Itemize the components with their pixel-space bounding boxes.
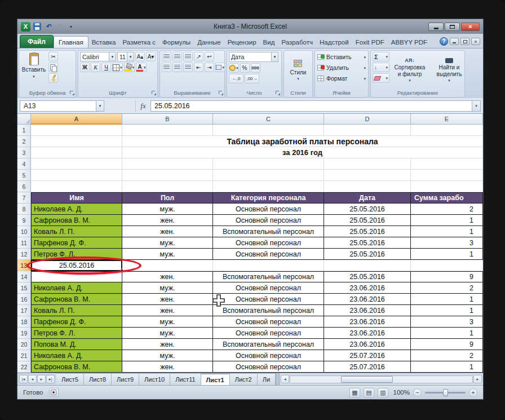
- horizontal-scrollbar-thumb[interactable]: [341, 376, 393, 383]
- cell-1-2[interactable]: [213, 125, 324, 136]
- save-button[interactable]: [32, 22, 42, 32]
- close-button[interactable]: ×: [461, 23, 480, 31]
- table-header-cell-1[interactable]: Пол: [122, 192, 213, 204]
- increase-decimal-button[interactable]: ←,0: [229, 74, 243, 83]
- wrap-text-button[interactable]: ↩: [205, 52, 214, 61]
- next-sheet-button[interactable]: ▸: [37, 375, 46, 383]
- cell-5-1[interactable]: [122, 170, 213, 181]
- row-header-13[interactable]: 13: [17, 260, 31, 271]
- horizontal-scrollbar-track[interactable]: [290, 375, 473, 383]
- cell-1-1[interactable]: [122, 125, 213, 136]
- cut-button[interactable]: ✂: [48, 52, 58, 61]
- column-header-c[interactable]: C: [213, 114, 324, 125]
- row-header-21[interactable]: 21: [17, 350, 31, 361]
- table-header-cell-2[interactable]: Категория персонала: [213, 192, 324, 204]
- ribbon-tab-2[interactable]: Вставка: [88, 37, 119, 48]
- cell-10-c[interactable]: Вспомогательный персонал: [213, 226, 324, 237]
- cell-12-c[interactable]: Основной персонал: [213, 249, 324, 260]
- excel-logo-icon[interactable]: X: [21, 22, 30, 32]
- ribbon-tab-11[interactable]: ABBYY PDF: [388, 37, 431, 48]
- column-header-d[interactable]: D: [324, 114, 411, 125]
- row-header-4[interactable]: 4: [17, 158, 31, 170]
- cell-17-c[interactable]: Вспомогательный персонал: [213, 305, 324, 316]
- row-header-9[interactable]: 9: [17, 215, 31, 226]
- cell-15-b[interactable]: муж.: [122, 282, 213, 294]
- cell-4-2[interactable]: [213, 158, 324, 170]
- comma-format-button[interactable]: 000: [251, 63, 260, 73]
- cell-11-b[interactable]: муж.: [122, 237, 213, 249]
- fill-handle[interactable]: [120, 269, 123, 272]
- sheet-tab-3[interactable]: Лист9: [112, 373, 139, 385]
- merge-center-button[interactable]: ▾: [215, 63, 225, 72]
- row-header-16[interactable]: 16: [17, 294, 31, 305]
- column-header-e[interactable]: E: [411, 114, 483, 125]
- dialog-launcher-icon[interactable]: [152, 91, 156, 95]
- shrink-font-button[interactable]: А▾: [146, 52, 156, 61]
- cell-6-1[interactable]: [122, 181, 213, 192]
- sheet-tab-8[interactable]: Ли: [258, 373, 276, 385]
- align-top-button[interactable]: [162, 52, 171, 61]
- align-center-button[interactable]: [172, 63, 182, 72]
- caret-down-icon[interactable]: ▾: [109, 52, 116, 61]
- cell-11-e[interactable]: 3: [411, 237, 483, 249]
- ribbon-tab-5[interactable]: Данные: [194, 37, 224, 48]
- cell-16-e[interactable]: 1: [411, 294, 483, 305]
- cell-14-a[interactable]: [31, 271, 122, 282]
- currency-format-button[interactable]: ▾: [229, 63, 239, 73]
- title-cell-row3[interactable]: за 2016 год: [122, 147, 483, 158]
- cell-19-b[interactable]: муж.: [122, 328, 213, 339]
- cell-8-a[interactable]: Николаев А. Д.: [31, 204, 122, 215]
- cell-11-a[interactable]: Парфенов Д. Ф.: [31, 237, 122, 249]
- align-right-button[interactable]: [183, 63, 193, 72]
- cell-2-0[interactable]: [31, 136, 122, 147]
- paste-button[interactable]: Вставить ▾: [21, 52, 47, 79]
- cell-21-c[interactable]: Основной персонал: [213, 350, 324, 361]
- dialog-launcher-icon[interactable]: [70, 91, 74, 95]
- sheet-tab-4[interactable]: Лист10: [139, 373, 170, 385]
- cell-15-e[interactable]: 2: [411, 282, 483, 294]
- fill-button[interactable]: ↓▾: [373, 63, 389, 72]
- zoom-in-button[interactable]: +: [469, 388, 477, 397]
- clear-button[interactable]: ▾: [373, 73, 389, 83]
- view-page-layout-button[interactable]: ▤: [364, 388, 374, 397]
- cell-22-c[interactable]: Основной персонал: [213, 361, 324, 373]
- cell-6-0[interactable]: [31, 181, 122, 192]
- row-header-7[interactable]: 7: [17, 192, 31, 204]
- cell-17-a[interactable]: Коваль Л. П.: [31, 305, 122, 316]
- row-header-19[interactable]: 19: [17, 328, 31, 339]
- cell-13-4[interactable]: [411, 260, 483, 271]
- cell-10-b[interactable]: жен.: [122, 226, 213, 237]
- dialog-launcher-icon[interactable]: [276, 91, 280, 95]
- align-bottom-button[interactable]: [183, 52, 193, 61]
- cell-17-b[interactable]: жен.: [122, 305, 213, 316]
- undo-button[interactable]: ↶: [44, 22, 54, 32]
- row-header-8[interactable]: 8: [17, 204, 31, 215]
- underline-button[interactable]: Ч: [101, 63, 111, 72]
- align-middle-button[interactable]: [172, 52, 182, 61]
- row-header-15[interactable]: 15: [17, 282, 31, 294]
- name-box[interactable]: A13 ▾: [20, 100, 104, 112]
- insert-function-button[interactable]: fx: [136, 101, 150, 110]
- previous-sheet-button[interactable]: ◂: [28, 375, 37, 383]
- horizontal-scrollbar[interactable]: ◂ ▸: [280, 373, 483, 385]
- cell-5-2[interactable]: [213, 170, 324, 181]
- styles-button[interactable]: Стили ▾: [279, 52, 317, 89]
- row-header-5[interactable]: 5: [17, 170, 31, 181]
- table-header-cell-4[interactable]: Сумма зарабо: [411, 192, 483, 204]
- cell-4-4[interactable]: [411, 158, 483, 170]
- orientation-button[interactable]: ↗: [194, 52, 203, 61]
- row-header-10[interactable]: 10: [17, 226, 31, 237]
- row-header-1[interactable]: 1: [17, 125, 31, 136]
- cell-19-a[interactable]: Петров Ф. Л.: [31, 328, 122, 339]
- sort-filter-button[interactable]: АЯ↓ Сортировка и фильтр ▾: [391, 52, 429, 89]
- cell-16-c[interactable]: Основной персонал: [213, 294, 324, 305]
- autosum-button[interactable]: Σ▾: [373, 52, 389, 61]
- tab-splitter[interactable]: [276, 373, 280, 385]
- cell-5-3[interactable]: [324, 170, 411, 181]
- help-icon[interactable]: ?: [440, 37, 448, 46]
- fill-color-button[interactable]: ▾: [124, 63, 135, 72]
- cell-21-e[interactable]: 2: [411, 350, 483, 361]
- cell-12-e[interactable]: 1: [411, 249, 483, 260]
- cell-3-0[interactable]: [31, 147, 122, 158]
- cell-4-0[interactable]: [31, 158, 122, 170]
